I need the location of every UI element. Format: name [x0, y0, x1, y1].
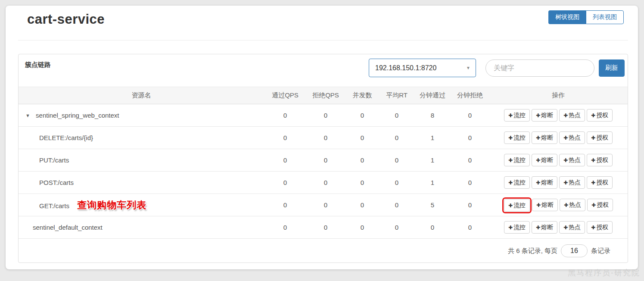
table-row: GET:/carts 查询购物车列表 000050✚流控✚熔断✚热点✚授权 — [19, 194, 628, 216]
action-button-hotspot[interactable]: ✚热点 — [559, 109, 585, 122]
action-button-auth[interactable]: ✚授权 — [587, 154, 613, 166]
column-header: 操作 — [489, 87, 628, 104]
action-button-hotspot[interactable]: ✚热点 — [559, 131, 585, 144]
plus-icon: ✚ — [563, 225, 568, 231]
panel-title: 簇点链路 — [25, 61, 51, 69]
action-button-hotspot[interactable]: ✚热点 — [559, 154, 585, 166]
metric-value: 0 — [451, 194, 489, 216]
column-header: 平均RT — [380, 87, 414, 104]
action-button-flow[interactable]: ✚流控 — [504, 199, 530, 212]
annotation-text: 查询购物车列表 — [77, 200, 146, 210]
metric-value: 0 — [306, 172, 345, 194]
metric-value: 0 — [345, 194, 380, 216]
metric-value: 0 — [264, 194, 306, 216]
plus-icon: ✚ — [536, 180, 540, 186]
action-button-auth[interactable]: ✚授权 — [587, 199, 613, 211]
plus-icon: ✚ — [591, 135, 595, 141]
metric-value: 0 — [345, 216, 380, 239]
action-button-auth[interactable]: ✚授权 — [587, 109, 613, 122]
plus-icon: ✚ — [591, 157, 595, 163]
plus-icon: ✚ — [563, 135, 568, 141]
refresh-button[interactable]: 刷新 — [599, 59, 625, 77]
metric-value: 1 — [414, 149, 451, 172]
metric-value: 0 — [306, 216, 345, 239]
machine-select-value: 192.168.150.1:8720 — [375, 64, 436, 72]
action-button-degrade[interactable]: ✚熔断 — [532, 221, 557, 234]
panel-controls: 192.168.150.1:8720 ▼ 刷新 — [369, 59, 625, 77]
plus-icon: ✚ — [536, 157, 540, 163]
metric-value: 5 — [414, 194, 451, 216]
action-button-flow[interactable]: ✚流控 — [504, 176, 530, 189]
plus-icon: ✚ — [563, 112, 568, 119]
plus-icon: ✚ — [508, 135, 513, 141]
resource-cell: PUT:/carts — [19, 149, 264, 172]
plus-icon: ✚ — [536, 202, 541, 208]
action-button-auth[interactable]: ✚授权 — [587, 221, 613, 234]
tree-view-button[interactable]: 树状视图 — [548, 10, 586, 24]
page-title: cart-service — [27, 12, 105, 27]
column-header: 通过QPS — [264, 87, 306, 104]
metric-value: 0 — [451, 172, 489, 194]
metric-value: 0 — [264, 172, 306, 194]
action-button-hotspot[interactable]: ✚热点 — [560, 199, 585, 211]
collapse-triangle-icon[interactable]: ▼ — [25, 113, 30, 118]
metric-value: 1 — [414, 172, 451, 194]
action-button-flow[interactable]: ✚流控 — [504, 109, 530, 122]
actions-cell: ✚流控✚熔断✚热点✚授权 — [489, 149, 628, 172]
pagination-suffix-text: 条记录 — [591, 244, 610, 257]
view-toggle-group: 树状视图 列表视图 — [548, 10, 624, 24]
resource-cell: GET:/carts 查询购物车列表 — [19, 194, 264, 216]
plus-icon: ✚ — [591, 202, 596, 208]
cluster-link-panel: 簇点链路 192.168.150.1:8720 ▼ 刷新 资源名通过QPS拒绝Q… — [18, 54, 628, 263]
resource-name: GET:/carts — [39, 202, 69, 209]
metric-value: 0 — [306, 127, 345, 149]
keyword-input[interactable] — [485, 59, 594, 77]
metric-value: 0 — [380, 104, 414, 127]
action-button-flow[interactable]: ✚流控 — [504, 131, 530, 144]
plus-icon: ✚ — [563, 157, 568, 163]
resource-name: PUT:/carts — [39, 156, 69, 164]
metric-value: 0 — [451, 127, 489, 149]
app-card: cart-service 树状视图 列表视图 簇点链路 192.168.150.… — [6, 6, 638, 269]
metric-value: 0 — [264, 127, 306, 149]
action-button-degrade[interactable]: ✚熔断 — [532, 131, 557, 144]
plus-icon: ✚ — [591, 180, 595, 186]
watermark: 黑马程序员-研究院 — [568, 268, 640, 278]
plus-icon: ✚ — [508, 203, 513, 209]
plus-icon: ✚ — [536, 112, 540, 119]
page-size-input[interactable] — [561, 244, 588, 257]
action-button-flow[interactable]: ✚流控 — [504, 221, 530, 234]
plus-icon: ✚ — [563, 180, 568, 186]
metric-value: 0 — [380, 194, 414, 216]
column-header: 拒绝QPS — [306, 87, 345, 104]
metric-value: 0 — [264, 149, 306, 172]
resource-table: 资源名通过QPS拒绝QPS并发数平均RT分钟通过分钟拒绝操作 ▼ sentine… — [19, 87, 628, 239]
action-button-hotspot[interactable]: ✚热点 — [559, 176, 585, 189]
red-highlight-box: ✚流控 — [502, 197, 532, 213]
pagination-total-text: 共 6 条记录, 每页 — [508, 244, 557, 257]
resource-cell: DELETE:/carts/{id} — [19, 127, 264, 149]
table-header-row: 资源名通过QPS拒绝QPS并发数平均RT分钟通过分钟拒绝操作 — [19, 87, 628, 104]
machine-select[interactable]: 192.168.150.1:8720 ▼ — [369, 59, 476, 77]
action-button-degrade[interactable]: ✚熔断 — [532, 154, 557, 166]
metric-value: 0 — [306, 104, 345, 127]
action-button-degrade[interactable]: ✚熔断 — [532, 109, 557, 122]
plus-icon: ✚ — [508, 180, 513, 186]
action-button-flow[interactable]: ✚流控 — [504, 154, 530, 166]
metric-value: 0 — [451, 216, 489, 239]
metric-value: 0 — [345, 172, 380, 194]
list-view-button[interactable]: 列表视图 — [586, 10, 624, 24]
metric-value: 0 — [451, 104, 489, 127]
header-divider — [18, 40, 628, 41]
table-row: ▼ sentinel_spring_web_context 000080✚流控✚… — [19, 104, 628, 127]
action-button-degrade[interactable]: ✚熔断 — [532, 199, 558, 211]
resource-name: POST:/carts — [39, 179, 74, 186]
action-button-auth[interactable]: ✚授权 — [587, 131, 613, 144]
table-row: DELETE:/carts/{id} 000010✚流控✚熔断✚热点✚授权 — [19, 127, 628, 149]
card-header: cart-service 树状视图 列表视图 — [6, 6, 638, 40]
action-button-hotspot[interactable]: ✚热点 — [559, 221, 585, 234]
metric-value: 8 — [414, 104, 451, 127]
action-button-degrade[interactable]: ✚熔断 — [532, 176, 557, 189]
action-button-auth[interactable]: ✚授权 — [587, 176, 613, 189]
actions-cell: ✚流控✚熔断✚热点✚授权 — [489, 104, 628, 127]
